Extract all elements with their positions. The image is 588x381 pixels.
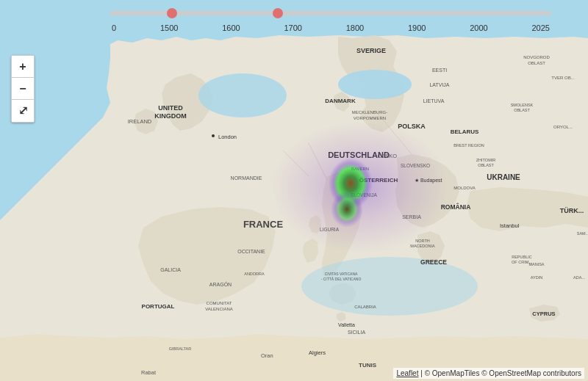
slider-thumb-left[interactable] [167,8,177,18]
tick-labels: 0 1500 1600 1700 1800 1900 2000 2025 [110,23,551,32]
tick-1900: 1900 [408,23,426,32]
tick-1800: 1800 [346,23,364,32]
tick-0: 0 [112,23,116,32]
zoom-in-button[interactable]: + [12,56,34,78]
openmaptiles-text: © OpenMapTiles [425,369,480,377]
timeline-slider[interactable]: 0 1500 1600 1700 1800 1900 2000 2025 [110,6,551,32]
leaflet-link[interactable]: Leaflet [396,369,418,377]
slider-thumb-right[interactable] [273,8,283,18]
zoom-controls[interactable]: + − ⤢ [11,55,35,123]
svg-point-4 [301,257,478,316]
slider-rail [110,11,551,15]
tick-2000: 2000 [470,23,487,32]
map-attribution: Leaflet | © OpenMapTiles © OpenStreetMap… [393,368,584,379]
attribution-separator: | [418,369,424,377]
map-background [0,0,588,381]
osm-text: © OpenStreetMap contributors [481,369,581,377]
map-container[interactable]: UNITED KINGDOM IRELAND FRANCE DEUTSCHLAN… [0,0,588,381]
svg-point-5 [198,73,287,117]
svg-point-6 [338,70,412,99]
zoom-out-button[interactable]: − [12,78,34,100]
tick-2025: 2025 [532,23,550,32]
tick-1600: 1600 [222,23,240,32]
slider-fill [110,11,278,15]
tick-1700: 1700 [284,23,301,32]
tick-1500: 1500 [160,23,178,32]
zoom-reset-button[interactable]: ⤢ [12,100,34,122]
slider-track[interactable] [110,6,551,21]
